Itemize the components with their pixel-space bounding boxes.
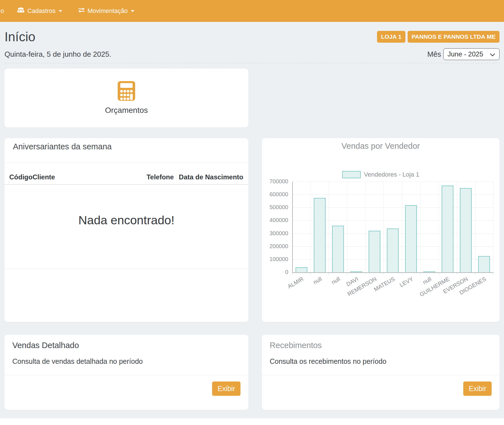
card-body: Vendas Detalhado Consulta de vendas deta… bbox=[4, 335, 248, 375]
birthdays-card: Aniversariantes da semana Código Cliente… bbox=[4, 138, 248, 322]
nav-item-clipped[interactable]: o bbox=[1, 7, 4, 15]
card-body: Recebimentos Consulta os recebimentos no… bbox=[262, 335, 500, 375]
legend-label: Vendedores - Loja 1 bbox=[364, 171, 419, 178]
recebimentos-title: Recebimentos bbox=[270, 341, 492, 350]
footer-strip bbox=[0, 418, 504, 425]
vendas-detalhado-description: Consulta de vendas detalhada no período bbox=[12, 357, 240, 365]
divider bbox=[4, 268, 248, 269]
chevron-down-icon bbox=[59, 10, 62, 12]
users-icon bbox=[17, 7, 25, 15]
vendas-detalhado-title: Vendas Detalhado bbox=[12, 341, 240, 350]
top-navbar: o Cadastros Movimentação bbox=[0, 0, 504, 22]
gridline-v bbox=[310, 182, 311, 272]
column-cliente: Cliente bbox=[33, 173, 147, 181]
bar-LEVY bbox=[405, 205, 417, 272]
bar-EVERSON bbox=[460, 188, 472, 272]
vendas-detalhado-card: Vendas Detalhado Consulta de vendas deta… bbox=[4, 335, 248, 410]
exibir-recebimentos-button[interactable]: Exibir bbox=[463, 381, 492, 396]
y-axis-label: 200000 bbox=[262, 243, 288, 250]
gridline-v bbox=[439, 182, 439, 272]
gridline-v bbox=[329, 182, 329, 272]
month-select-value: June - 2025 bbox=[448, 50, 483, 58]
y-axis-label: 600000 bbox=[262, 191, 288, 198]
month-label: Mês bbox=[427, 50, 441, 59]
column-codigo: Código bbox=[9, 173, 33, 181]
legend-swatch bbox=[342, 171, 361, 178]
page-title: Início bbox=[4, 29, 35, 44]
exibir-vendas-button[interactable]: Exibir bbox=[212, 381, 240, 396]
nav-item-movimentacao[interactable]: Movimentação bbox=[78, 7, 134, 15]
recebimentos-description: Consulta os recebimentos no período bbox=[270, 357, 492, 365]
y-axis-label: 500000 bbox=[262, 204, 288, 211]
orcamentos-label: Orçamentos bbox=[105, 106, 148, 115]
store-button[interactable]: LOJA 1 bbox=[377, 31, 405, 43]
bar-MATEUS bbox=[387, 229, 399, 272]
gridline-v bbox=[475, 182, 475, 272]
gridline-v bbox=[493, 182, 494, 272]
bar-GUILHERME bbox=[442, 186, 453, 272]
y-axis-label: 400000 bbox=[262, 217, 288, 223]
bar-REMERSON bbox=[369, 231, 380, 272]
exchange-icon bbox=[78, 7, 85, 15]
dashed-divider bbox=[4, 63, 500, 63]
y-axis-label: 300000 bbox=[262, 230, 288, 237]
company-button[interactable]: PANNOS E PANNOS LTDA ME bbox=[408, 31, 500, 43]
recebimentos-card: Recebimentos Consulta os recebimentos no… bbox=[262, 335, 500, 410]
y-axis-label: 100000 bbox=[262, 256, 288, 262]
orcamentos-card[interactable]: Orçamentos bbox=[4, 68, 248, 127]
nav-item-cadastros[interactable]: Cadastros bbox=[17, 7, 62, 15]
gridline-v bbox=[383, 182, 384, 272]
y-axis-label: 0 bbox=[262, 269, 288, 275]
gridline-v bbox=[457, 182, 457, 272]
month-filter: Mês June - 2025 bbox=[427, 48, 500, 60]
calculator-icon bbox=[118, 81, 135, 102]
month-select[interactable]: June - 2025 bbox=[443, 48, 500, 60]
column-data-nascimento: Data de Nascimento bbox=[179, 173, 243, 181]
gridline-v bbox=[292, 182, 293, 272]
middle-row: Aniversariantes da semana Código Cliente… bbox=[4, 138, 500, 322]
header-buttons: LOJA 1 PANNOS E PANNOS LTDA ME bbox=[377, 31, 500, 43]
card-footer: Exibir bbox=[4, 375, 248, 410]
card-footer: Exibir bbox=[262, 375, 500, 410]
chart-legend[interactable]: Vendedores - Loja 1 bbox=[262, 171, 500, 178]
chevron-down-icon bbox=[490, 50, 495, 58]
birthdays-table-header: Código Cliente Telefone Data de Nascimen… bbox=[4, 170, 248, 185]
chart-title: Vendas por Vendedor bbox=[262, 138, 500, 151]
gridline-v bbox=[420, 182, 421, 272]
empty-message: Nada encontrado! bbox=[4, 213, 248, 227]
page-content: Início LOJA 1 PANNOS E PANNOS LTDA ME Qu… bbox=[0, 29, 504, 410]
gridline-v bbox=[347, 182, 347, 272]
bar-ALMIR bbox=[296, 267, 307, 272]
divider bbox=[4, 163, 248, 163]
gridline-v bbox=[365, 182, 365, 272]
header-row: Início LOJA 1 PANNOS E PANNOS LTDA ME bbox=[4, 29, 500, 44]
bottom-row: Vendas Detalhado Consulta de vendas deta… bbox=[4, 335, 500, 410]
gridline-v bbox=[402, 182, 402, 272]
chart-plot: 0100000200000300000400000500000600000700… bbox=[292, 182, 493, 272]
bar-null bbox=[332, 226, 344, 272]
birthdays-title: Aniversariantes da semana bbox=[4, 138, 248, 151]
sales-chart-card: Vendas por Vendedor Vendedores - Loja 1 … bbox=[262, 138, 500, 322]
current-date: Quinta-feira, 5 de junho de 2025. bbox=[4, 50, 111, 59]
bar-null bbox=[314, 198, 326, 272]
y-axis-label: 700000 bbox=[262, 178, 288, 185]
nav-item-label: Cadastros bbox=[27, 7, 55, 15]
nav-item-label: Movimentação bbox=[88, 7, 128, 15]
gridline-h bbox=[292, 182, 493, 182]
bar-DIOGENES bbox=[478, 256, 490, 272]
date-row: Quinta-feira, 5 de junho de 2025. Mês Ju… bbox=[4, 48, 500, 60]
chevron-down-icon bbox=[131, 10, 134, 12]
column-telefone: Telefone bbox=[147, 173, 174, 181]
gridline-h bbox=[292, 272, 493, 273]
x-axis-tick bbox=[493, 272, 494, 275]
